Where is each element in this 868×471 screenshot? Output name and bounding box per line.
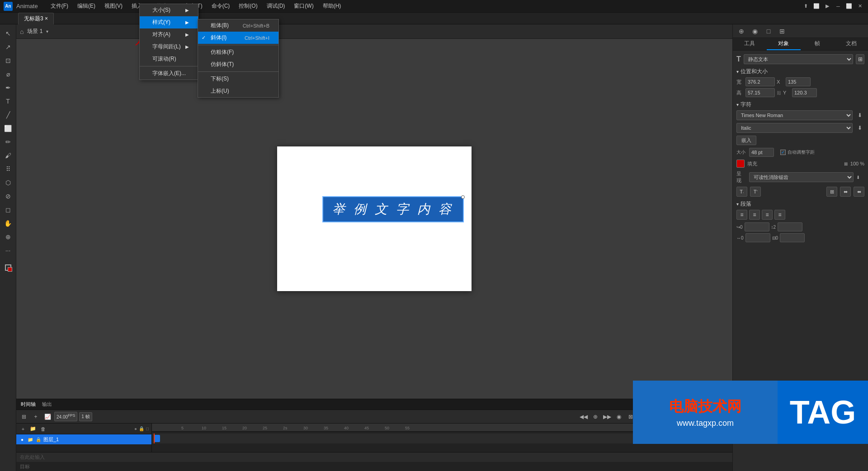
layer-visibility[interactable]: ● <box>19 436 25 443</box>
menu-letter-spacing[interactable]: 字母间距(L) ▶ <box>140 41 198 53</box>
layer-icon[interactable]: ⊞ <box>19 412 29 422</box>
text-element[interactable]: 举 例 文 字 内 容 <box>322 196 464 222</box>
close-button[interactable]: ✕ <box>855 2 864 11</box>
auto-kerning-checkbox[interactable] <box>780 150 786 155</box>
next-keyframe-btn[interactable]: ▶▶ <box>602 412 612 422</box>
font-family-expand[interactable]: ⬇ <box>855 110 864 120</box>
free-transform-tool[interactable]: ⊡ <box>2 54 14 67</box>
embed-button[interactable]: 嵌入 <box>736 136 756 145</box>
menu-subscript[interactable]: 下标(S) <box>198 73 278 85</box>
rendering-expand[interactable]: ⬇ <box>856 175 864 180</box>
panel-icon-1[interactable]: ⊕ <box>736 26 746 36</box>
height-input[interactable] <box>745 88 775 97</box>
subselect-tool[interactable]: ↗ <box>2 41 14 53</box>
align-justify-btn[interactable]: ≡ <box>774 210 785 220</box>
font-family-select[interactable]: Times New Roman <box>736 110 853 120</box>
select-tool[interactable]: ↖ <box>2 27 14 40</box>
menu-command[interactable]: 命令(C) <box>208 1 234 11</box>
menu-size[interactable]: 大小(S) ▶ <box>140 4 198 16</box>
size-input[interactable] <box>749 148 774 157</box>
paragraph-section-header[interactable]: ▾ 段落 <box>736 200 864 208</box>
outline-all[interactable]: □ <box>146 426 149 431</box>
expand-btn-2[interactable]: ⬌ <box>854 187 864 197</box>
graph-view-btn[interactable]: 📈 <box>42 412 52 422</box>
menu-control[interactable]: 控制(O) <box>235 1 261 11</box>
line-tool[interactable]: ╱ <box>2 108 14 121</box>
text-options-btn[interactable]: ⊞ <box>856 54 864 64</box>
brush-tool[interactable]: 🖌 <box>2 149 14 162</box>
spacing-input[interactable] <box>778 222 802 231</box>
line-input[interactable] <box>745 233 770 242</box>
more-options-btn[interactable]: ⊞ <box>826 187 837 197</box>
input-placeholder[interactable]: 在此处输入 <box>20 454 45 461</box>
character-section-header[interactable]: ▾ 字符 <box>736 101 864 108</box>
menu-debug[interactable]: 调试(D) <box>263 1 289 11</box>
menu-help[interactable]: 帮助(H) <box>319 1 345 11</box>
align-left-btn[interactable]: ≡ <box>736 210 747 220</box>
restore-button[interactable]: ⬜ <box>812 2 821 11</box>
font-style-select[interactable]: Italic <box>736 123 853 133</box>
doc-tab[interactable]: 无标题3 × <box>18 13 54 24</box>
shape-tool[interactable]: ⬜ <box>2 122 14 135</box>
rendering-select[interactable]: 可读性消除锯齿 <box>749 172 854 182</box>
menu-superscript[interactable]: 上标(U) <box>198 85 278 97</box>
margin-input[interactable] <box>780 233 805 242</box>
text-tool active[interactable]: T <box>2 95 14 108</box>
menu-scrollable[interactable]: 可滚动(R) <box>140 53 198 65</box>
panel-icon-2[interactable]: ◉ <box>750 26 760 36</box>
menu-fake-bold[interactable]: 仿粗体(F) <box>198 46 278 58</box>
width-input[interactable] <box>745 77 775 86</box>
scene-dropdown[interactable]: ▾ <box>46 29 48 34</box>
menu-file[interactable]: 文件(F) <box>47 1 72 11</box>
menu-italic[interactable]: ✓ 斜体(I) Ctrl+Shift+I <box>198 32 278 44</box>
menu-edit[interactable]: 编辑(E) <box>74 1 99 11</box>
y-input[interactable] <box>792 88 817 97</box>
delete-layer-control[interactable]: 🗑 <box>39 425 47 433</box>
add-folder-control[interactable]: 📁 <box>29 425 37 433</box>
panel-icon-3[interactable]: □ <box>764 26 774 36</box>
layer-row[interactable]: ● 📁 🔒 图层_1 <box>16 434 151 444</box>
more-tools[interactable]: ··· <box>2 244 14 257</box>
align-right-btn[interactable]: ≡ <box>762 210 773 220</box>
subscript-btn[interactable]: T. <box>736 187 747 197</box>
timeline-tab[interactable]: 时间轴 <box>19 400 38 409</box>
snap-btn[interactable]: ◉ <box>614 412 624 422</box>
stroke-fill[interactable] <box>2 261 14 274</box>
eraser-tool[interactable]: ◻ <box>2 203 14 216</box>
eye-all[interactable]: ● <box>134 426 137 431</box>
eyedropper-tool[interactable]: ⊘ <box>2 190 14 203</box>
menu-bold[interactable]: 粗体(B) Ctrl+Shift+B <box>198 19 278 32</box>
expand-btn-1[interactable]: ⬌ <box>840 187 851 197</box>
menu-fake-italic[interactable]: 仿斜体(T) <box>198 58 278 71</box>
lasso-tool[interactable]: ⌀ <box>2 68 14 80</box>
layer-lock[interactable]: 🔒 <box>35 436 42 443</box>
add-layer-btn[interactable]: + <box>31 412 41 422</box>
hand-tool[interactable]: ✋ <box>2 217 14 230</box>
minimize-button[interactable]: ─ <box>834 2 843 11</box>
superscript-btn[interactable]: T' <box>750 187 761 197</box>
x-input[interactable] <box>786 77 811 86</box>
position-section-header[interactable]: ▾ 位置和大小 <box>736 68 864 75</box>
tab-frame[interactable]: 帧 <box>801 38 835 50</box>
menu-window[interactable]: 窗口(W) <box>290 1 317 11</box>
menu-font-embed[interactable]: 字体嵌入(E)... <box>140 67 198 80</box>
stage-canvas[interactable]: 举 例 文 字 内 容 <box>277 146 472 291</box>
playhead[interactable] <box>154 433 155 443</box>
prev-keyframe-btn[interactable]: ◀◀ <box>579 412 589 422</box>
pencil-tool[interactable]: ✏ <box>2 136 14 148</box>
text-resize-handle[interactable] <box>461 195 465 199</box>
pen-tool[interactable]: ✒ <box>2 81 14 94</box>
play-button[interactable]: ▶ <box>823 2 832 11</box>
indent-input[interactable] <box>745 222 769 231</box>
text-type-select[interactable]: 静态文本 <box>744 54 853 64</box>
upload-button[interactable]: ⬆ <box>801 2 810 11</box>
zoom-tool[interactable]: ⊕ <box>2 231 14 243</box>
menu-style[interactable]: 样式(Y) ▶ <box>140 16 198 28</box>
maximize-button[interactable]: ⬜ <box>844 2 854 11</box>
tab-object[interactable]: 对象 <box>767 38 801 50</box>
menu-align[interactable]: 对齐(A) ▶ <box>140 28 198 41</box>
fill-color-swatch[interactable] <box>736 160 745 168</box>
panel-icon-4[interactable]: ⊞ <box>777 26 787 36</box>
menu-view[interactable]: 视图(V) <box>101 1 126 11</box>
align-center-btn[interactable]: ≡ <box>749 210 760 220</box>
